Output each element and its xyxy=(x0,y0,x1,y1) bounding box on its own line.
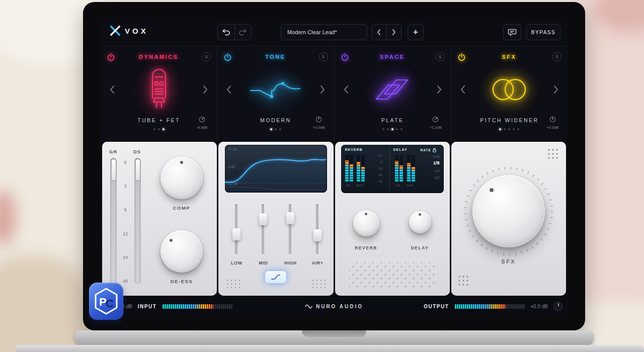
sfx-gain-value: +0.0dB xyxy=(541,125,564,130)
tone-power-button[interactable] xyxy=(223,53,232,61)
delay-section-label: DELAY xyxy=(393,148,408,151)
sfx-next-arrow[interactable] xyxy=(552,84,559,95)
plates-icon xyxy=(335,63,451,116)
dynamics-solo-button[interactable]: S xyxy=(202,52,211,61)
dynamics-power-button[interactable] xyxy=(107,53,115,61)
drag-dots xyxy=(225,279,240,289)
add-preset-button[interactable]: + xyxy=(408,24,424,40)
drag-dots xyxy=(349,262,436,289)
high-slider-handle[interactable] xyxy=(286,212,294,224)
lock-icon xyxy=(433,148,436,152)
space-gain-dial[interactable]: +1.1dB xyxy=(425,116,447,130)
sfx-title: SFX xyxy=(466,54,552,60)
delay-out-meter xyxy=(407,155,411,182)
reverb-knob[interactable] xyxy=(353,210,379,236)
bypass-button[interactable]: BYPASS xyxy=(526,24,560,40)
tone-next-arrow[interactable] xyxy=(319,84,326,95)
space-meter-scale: +120 -12-24 -48 xyxy=(369,154,382,183)
rate-option[interactable]: 1/4 xyxy=(421,169,440,172)
sfx-power-button[interactable] xyxy=(457,53,466,61)
preset-nav-group xyxy=(371,24,401,40)
hexagon-logo-icon: P C xyxy=(94,287,119,315)
dynamics-gain-dial[interactable]: -4.3dB xyxy=(191,116,213,130)
module-header-space: SPACE S xyxy=(334,46,451,141)
tone-gain-dial[interactable]: +0.0dB xyxy=(308,116,330,130)
space-gain-value: +1.1dB xyxy=(425,125,447,130)
tone-gain-value: +0.0dB xyxy=(308,125,330,130)
mini-dial-icon xyxy=(315,116,322,123)
low-slider-handle[interactable] xyxy=(232,228,240,240)
preset-prev-button[interactable] xyxy=(372,25,386,40)
preset-name-field[interactable]: Modern Clear Lead* xyxy=(281,24,367,40)
delay-out-meter xyxy=(412,155,415,182)
mid-slider-handle[interactable] xyxy=(259,213,267,225)
eq-label-bottom: -12 dB xyxy=(228,182,237,186)
air-slider-label: AIR+ xyxy=(304,260,331,266)
delay-knob[interactable] xyxy=(409,211,431,233)
output-db-value: +0.0 dB xyxy=(530,304,548,309)
laptop-base-front xyxy=(15,345,644,352)
undo-redo-group xyxy=(217,24,252,40)
scene: VOX Modern Clear Lead* xyxy=(0,0,644,352)
tone-solo-button[interactable]: S xyxy=(319,52,328,61)
module-headers-row: DYNAMICS S xyxy=(101,46,568,141)
rate-option[interactable]: 1/2 xyxy=(421,176,440,180)
feedback-button[interactable] xyxy=(503,24,521,40)
chevron-right-icon xyxy=(437,85,442,94)
mini-dial-icon xyxy=(432,116,439,123)
air-slider-handle[interactable] xyxy=(313,229,321,241)
space-next-arrow[interactable] xyxy=(436,84,443,95)
comp-knob-label: COMP xyxy=(160,205,203,211)
deess-knob[interactable] xyxy=(160,230,203,273)
reverb-out-label: OUT xyxy=(354,184,367,187)
chevron-right-icon xyxy=(392,29,396,36)
sfx-knob[interactable] xyxy=(472,175,545,247)
power-icon xyxy=(341,53,349,61)
eq-curve-icon xyxy=(217,63,334,116)
eq-display: 12 dB 0 dB -12 dB xyxy=(225,145,327,193)
reverb-in-meter xyxy=(345,155,349,182)
chevron-left-icon xyxy=(377,29,381,36)
comp-knob[interactable] xyxy=(160,157,203,199)
rate-option[interactable]: 1/16 xyxy=(421,155,440,158)
output-label: OUTPUT xyxy=(424,304,449,309)
redo-arrow-icon xyxy=(238,29,247,36)
redo-button[interactable] xyxy=(234,25,252,40)
output-gain-knob[interactable] xyxy=(553,302,562,311)
space-solo-button[interactable]: S xyxy=(436,52,445,61)
brand-text: VOX xyxy=(125,27,148,35)
high-slider-track[interactable] xyxy=(289,204,291,254)
sfx-gain-dial[interactable]: +0.0dB xyxy=(541,116,564,130)
dynamics-next-arrow[interactable] xyxy=(202,84,209,95)
tone-shape-toggle[interactable] xyxy=(265,271,287,284)
space-display: REVERB IN OUT +120 -12-24 -48 D xyxy=(341,145,444,193)
sfx-knob-label: SFX xyxy=(484,258,534,265)
drag-dots xyxy=(547,148,560,161)
rate-header: RATE xyxy=(421,148,436,152)
input-label: INPUT xyxy=(138,304,157,309)
rate-label: RATE xyxy=(421,148,431,152)
rate-option-selected[interactable]: 1/8 xyxy=(421,160,440,165)
mid-slider-track[interactable] xyxy=(262,204,264,254)
preset-next-button[interactable] xyxy=(386,25,401,40)
tone-title: TONE xyxy=(232,54,318,60)
gr-meter-label: GR xyxy=(109,149,117,154)
plugin-bottombar: +0.0 dB INPUT NURO AUDIO OUTPUT +0.0 dB xyxy=(101,297,568,316)
sfx-solo-button[interactable]: S xyxy=(552,52,561,61)
space-panel: REVERB IN OUT +120 -12-24 -48 D xyxy=(335,142,450,296)
sticker-letter-c: C xyxy=(106,297,114,310)
sticker-logo: P C xyxy=(89,283,123,320)
reverb-knob-label: REVERB xyxy=(348,245,384,250)
plugin-window: VOX Modern Clear Lead* xyxy=(101,18,568,316)
mini-dial-icon xyxy=(549,116,556,123)
plugin-topbar: VOX Modern Clear Lead* xyxy=(101,18,568,46)
reverb-out-meter xyxy=(361,155,365,182)
mid-slider-label: MID xyxy=(250,260,277,266)
laptop-notch xyxy=(302,330,366,337)
space-power-button[interactable] xyxy=(341,53,349,61)
undo-button[interactable] xyxy=(218,25,234,40)
reverb-out-meter xyxy=(357,155,360,182)
reverb-section-label: REVERB xyxy=(345,148,363,151)
output-led-meter xyxy=(454,304,525,309)
ds-meter-label: DS xyxy=(133,149,141,154)
